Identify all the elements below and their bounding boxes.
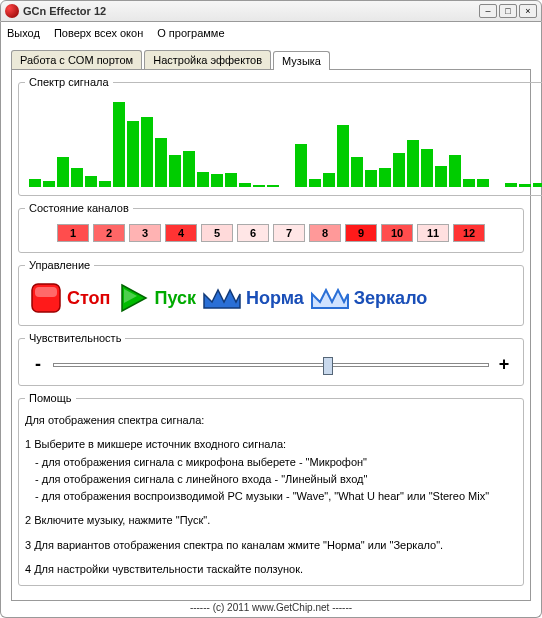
spectrum-bar — [365, 170, 377, 187]
spectrum-bar — [169, 155, 181, 187]
help-line: 2 Включите музыку, нажмите "Пуск". — [25, 513, 517, 527]
channel-cell: 8 — [309, 224, 341, 242]
mirror-label: Зеркало — [354, 288, 428, 309]
stop-label: Стоп — [67, 288, 110, 309]
spectrum-bar — [71, 168, 83, 187]
spectrum-bar — [141, 117, 153, 187]
spectrum-bar — [379, 168, 391, 187]
channel-cell: 4 — [165, 224, 197, 242]
menu-about[interactable]: О программе — [157, 27, 224, 39]
play-icon — [116, 281, 150, 315]
sensitivity-group: Чувствительность - + — [18, 332, 524, 386]
spectrum-bar — [449, 155, 461, 187]
mirror-button[interactable]: Зеркало — [310, 284, 428, 312]
spectrum-bar — [393, 153, 405, 187]
channel-cell: 12 — [453, 224, 485, 242]
channel-cell: 9 — [345, 224, 377, 242]
channel-cell: 6 — [237, 224, 269, 242]
help-line: 1 Выберите в микшере источник входного с… — [25, 437, 517, 451]
spectrum-chart — [25, 94, 542, 189]
help-line: - для отображения воспроизводимой PC муз… — [25, 489, 517, 503]
footer-text: ------ (c) 2011 www.GetChip.net ------ — [1, 602, 541, 613]
help-line: 3 Для вариантов отображения спектра по к… — [25, 538, 517, 552]
help-legend: Помощь — [25, 392, 76, 404]
spectrum-bar — [309, 179, 321, 187]
spectrum-group: Спектр сигнала — [18, 76, 542, 196]
spectrum-bar — [85, 176, 97, 187]
spectrum-bar — [407, 140, 419, 188]
channels-group: Состояние каналов 123456789101112 — [18, 202, 524, 253]
app-icon — [5, 4, 19, 18]
channel-cell: 7 — [273, 224, 305, 242]
menu-exit[interactable]: Выход — [7, 27, 40, 39]
spectrum-bar — [533, 183, 542, 187]
spectrum-bar — [239, 183, 251, 187]
help-line: 4 Для настройки чувствительности таскайт… — [25, 562, 517, 576]
help-line: Для отображения спектра сигнала: — [25, 413, 517, 427]
channel-cell: 11 — [417, 224, 449, 242]
tab-effects[interactable]: Настройка эффектов — [144, 50, 271, 69]
tab-panel-music: Спектр сигнала Состояние каналов 1234567… — [11, 69, 531, 601]
crown-outline-icon — [310, 284, 350, 312]
menu-ontop[interactable]: Поверх всех окон — [54, 27, 143, 39]
normal-label: Норма — [246, 288, 304, 309]
close-button[interactable]: × — [519, 4, 537, 18]
spectrum-bar — [211, 174, 223, 187]
tab-music[interactable]: Музыка — [273, 51, 330, 70]
slider-thumb[interactable] — [323, 357, 333, 375]
sensitivity-slider[interactable] — [53, 363, 489, 367]
spectrum-bar — [43, 181, 55, 187]
crown-filled-icon — [202, 284, 242, 312]
spectrum-bar — [323, 173, 335, 187]
spectrum-bar — [113, 102, 125, 188]
spectrum-bar — [435, 166, 447, 187]
tab-com[interactable]: Работа с COM портом — [11, 50, 142, 69]
spectrum-bar — [127, 121, 139, 188]
slider-track — [53, 363, 489, 367]
window-title: GCn Effector 12 — [23, 5, 477, 17]
help-line: - для отображения сигнала с микрофона вы… — [25, 455, 517, 469]
channels-legend: Состояние каналов — [25, 202, 133, 214]
maximize-button[interactable]: □ — [499, 4, 517, 18]
channel-cell: 2 — [93, 224, 125, 242]
help-group: Помощь Для отображения спектра сигнала: … — [18, 392, 524, 586]
play-button[interactable]: Пуск — [116, 281, 196, 315]
svg-rect-1 — [35, 287, 57, 297]
spectrum-bar — [99, 181, 111, 187]
spectrum-bar — [57, 157, 69, 187]
menubar: Выход Поверх всех окон О программе — [0, 22, 542, 44]
spectrum-bar — [337, 125, 349, 187]
channel-cell: 3 — [129, 224, 161, 242]
tab-strip: Работа с COM портом Настройка эффектов М… — [11, 50, 531, 69]
spectrum-bar — [463, 179, 475, 187]
spectrum-bar — [197, 172, 209, 187]
spectrum-legend: Спектр сигнала — [25, 76, 113, 88]
channel-cell: 1 — [57, 224, 89, 242]
spectrum-bar — [421, 149, 433, 187]
controls-group: Управление Стоп Пуск Норма Зеркало — [18, 259, 524, 326]
minus-label: - — [31, 354, 45, 375]
channels-row: 123456789101112 — [25, 220, 517, 246]
titlebar: GCn Effector 12 – □ × — [0, 0, 542, 22]
sensitivity-row: - + — [25, 350, 517, 379]
spectrum-bar — [253, 185, 265, 187]
spectrum-bar — [295, 144, 307, 187]
spectrum-bar — [505, 183, 517, 187]
sensitivity-legend: Чувствительность — [25, 332, 125, 344]
help-line: - для отображения сигнала с линейного вх… — [25, 472, 517, 486]
minimize-button[interactable]: – — [479, 4, 497, 18]
stop-button[interactable]: Стоп — [29, 281, 110, 315]
channel-cell: 10 — [381, 224, 413, 242]
spectrum-bar — [225, 173, 237, 187]
spectrum-bar — [29, 179, 41, 187]
spectrum-bar — [519, 184, 531, 187]
spectrum-bar — [267, 185, 279, 187]
play-label: Пуск — [154, 288, 196, 309]
controls-row: Стоп Пуск Норма Зеркало — [25, 277, 517, 319]
spectrum-bar — [155, 138, 167, 187]
channel-cell: 5 — [201, 224, 233, 242]
controls-legend: Управление — [25, 259, 94, 271]
normal-button[interactable]: Норма — [202, 284, 304, 312]
spectrum-bar — [477, 179, 489, 187]
spectrum-bar — [351, 157, 363, 187]
